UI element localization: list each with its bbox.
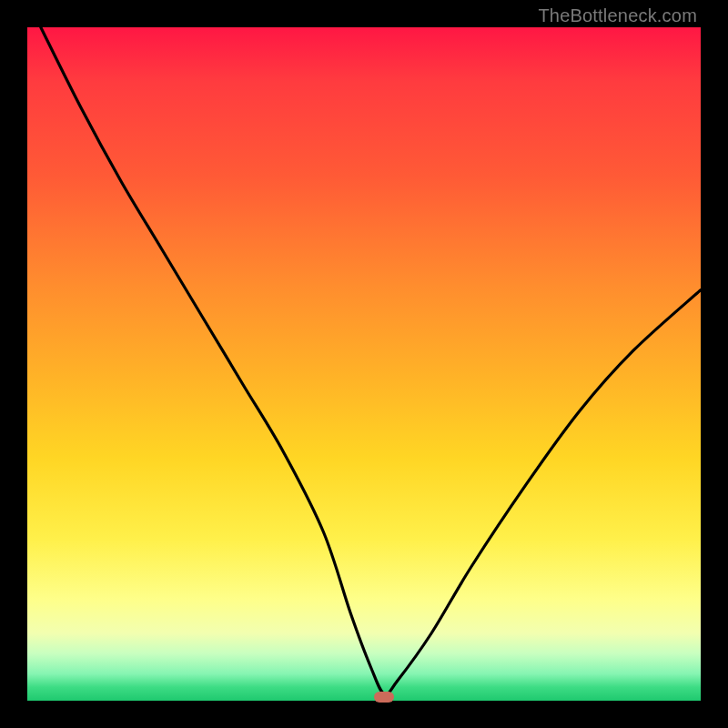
minimum-marker	[374, 692, 394, 703]
bottleneck-curve	[27, 27, 701, 701]
watermark-text: TheBottleneck.com	[538, 5, 697, 26]
plot-area	[27, 27, 701, 701]
chart-frame: TheBottleneck.com	[0, 0, 728, 728]
